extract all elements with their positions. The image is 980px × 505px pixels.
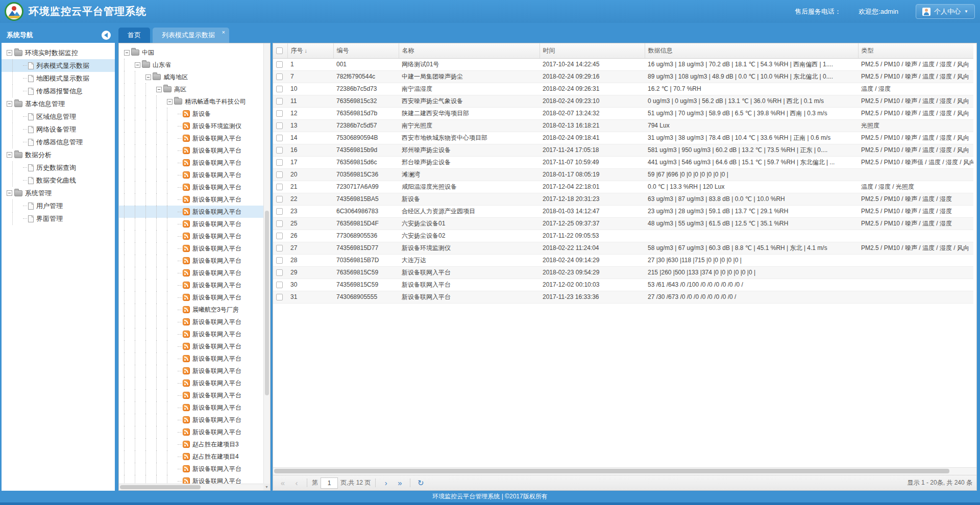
- row-checkbox[interactable]: [276, 257, 283, 264]
- grid-h-scrollbar-thumb[interactable]: [274, 469, 949, 473]
- device-tree-leaf[interactable]: 新设备联网入平台: [119, 426, 263, 438]
- row-checkbox[interactable]: [276, 122, 283, 129]
- device-tree-leaf[interactable]: 新设备联网入平台: [119, 193, 263, 206]
- device-tree-leaf[interactable]: 新设备联网入平台: [119, 132, 263, 144]
- device-tree-folder[interactable]: 威海地区: [119, 71, 263, 83]
- column-header-time[interactable]: 时间: [540, 43, 645, 58]
- sidebar-folder-item[interactable]: 环境实时数据监控: [2, 46, 115, 59]
- device-tree-leaf[interactable]: 新设备联网入平台: [119, 169, 263, 181]
- table-row[interactable]: 16743569815b9d郑州噪声扬尘设备2017-11-24 17:05:1…: [273, 144, 973, 156]
- table-row[interactable]: 26773068905536六安扬尘设备022017-11-22 09:05:5…: [273, 230, 973, 242]
- device-tree-leaf[interactable]: 新设备联网入平台: [119, 401, 263, 414]
- device-tree-leaf[interactable]: 晨曦航空3号厂房: [119, 304, 263, 316]
- device-tree-leaf[interactable]: 新设备联网入平台: [119, 230, 263, 242]
- sidebar-folder-item[interactable]: 系统管理: [2, 187, 115, 199]
- row-checkbox[interactable]: [276, 282, 283, 288]
- sidebar-item[interactable]: 网络设备管理: [2, 123, 115, 136]
- pagination-first-button[interactable]: «: [277, 478, 288, 488]
- page-number-input[interactable]: [321, 477, 338, 489]
- sidebar-item[interactable]: 地图模式显示数据: [2, 72, 115, 85]
- table-row[interactable]: 30743569815C59新设备联网入平台2017-12-02 00:10:0…: [273, 279, 973, 291]
- table-row[interactable]: 1475306890594B西安市地铁城东物资中心项目部2018-02-24 0…: [273, 132, 973, 144]
- device-tree-leaf[interactable]: 赵占胜在建项目3: [119, 438, 263, 450]
- table-row[interactable]: 12763569815d7b陕建二建西安华海项目部2018-02-07 13:2…: [273, 107, 973, 119]
- row-checkbox[interactable]: [276, 220, 283, 227]
- row-checkbox[interactable]: [276, 196, 283, 203]
- pagination-prev-button[interactable]: ‹: [291, 478, 302, 488]
- device-tree-leaf[interactable]: 新设备联网入平台: [119, 414, 263, 426]
- device-tree-folder[interactable]: 山东省: [119, 59, 263, 71]
- pagination-last-button[interactable]: »: [394, 478, 405, 488]
- sidebar-item[interactable]: 传感器信息管理: [2, 136, 115, 148]
- row-checkbox[interactable]: [276, 245, 283, 251]
- grid-horizontal-scrollbar[interactable]: [273, 467, 976, 475]
- device-tree-leaf[interactable]: 新设备环境监测仪: [119, 120, 263, 132]
- row-checkbox[interactable]: [276, 159, 283, 166]
- table-row[interactable]: 7782f6790544c中建一局集团噪声扬尘2018-02-24 09:29:…: [273, 70, 973, 83]
- device-tree-leaf[interactable]: 新设备联网入平台: [119, 316, 263, 328]
- table-row[interactable]: 22743569815BA5新设备2017-12-18 20:31:2363 u…: [273, 193, 973, 205]
- column-header-code[interactable]: 编号: [333, 43, 399, 58]
- device-tree-vertical-scrollbar[interactable]: [263, 43, 270, 484]
- expander-icon[interactable]: [167, 99, 173, 105]
- sidebar-folder-item[interactable]: 数据分析: [2, 148, 115, 161]
- tab-home[interactable]: 首页: [118, 28, 150, 43]
- row-checkbox[interactable]: [276, 86, 283, 92]
- expander-icon[interactable]: [156, 87, 162, 92]
- device-tree-leaf[interactable]: 新设备联网入平台: [119, 389, 263, 401]
- sidebar-item[interactable]: 传感器报警信息: [2, 85, 115, 97]
- tab-close-icon[interactable]: ×: [222, 29, 225, 36]
- row-checkbox[interactable]: [276, 147, 283, 154]
- table-row[interactable]: 25763569815D4F六安扬尘设备012017-12-25 09:37:3…: [273, 217, 973, 230]
- sidebar-item[interactable]: 区域信息管理: [2, 110, 115, 123]
- device-tree-leaf[interactable]: 新设备联网入平台: [119, 475, 263, 484]
- device-tree-leaf[interactable]: 新设备: [119, 108, 263, 120]
- expander-icon[interactable]: [7, 152, 12, 158]
- expander-icon[interactable]: [7, 50, 12, 56]
- select-all-checkbox[interactable]: [276, 47, 283, 54]
- expander-icon[interactable]: [145, 74, 151, 80]
- expander-icon[interactable]: [124, 50, 130, 56]
- device-tree-leaf[interactable]: 新设备联网入平台: [119, 328, 263, 340]
- table-row[interactable]: 27743569815D77新设备环境监测仪2018-02-22 11:24:0…: [273, 242, 973, 254]
- device-tree-leaf[interactable]: 新设备联网入平台: [119, 206, 263, 218]
- scrollbar-corner-icon[interactable]: ▼: [263, 484, 270, 490]
- pagination-next-button[interactable]: ›: [380, 478, 391, 488]
- expander-icon[interactable]: [7, 101, 12, 107]
- device-tree-leaf[interactable]: 新设备联网入平台: [119, 279, 263, 291]
- sidebar-item[interactable]: 列表模式显示数据: [2, 59, 115, 72]
- device-tree-leaf[interactable]: 新设备联网入平台: [119, 463, 263, 475]
- row-checkbox[interactable]: [276, 269, 283, 276]
- table-row[interactable]: 1372386b7c5d57南宁光照度2018-02-13 16:18:2179…: [273, 119, 973, 132]
- device-tree-leaf[interactable]: 新设备联网入平台: [119, 218, 263, 230]
- table-row[interactable]: 1001网络测试01号2017-10-24 14:22:4516 ug/m3 |…: [273, 58, 973, 70]
- sidebar-folder-item[interactable]: 基本信息管理: [2, 97, 115, 110]
- expander-icon[interactable]: [7, 190, 12, 196]
- sidebar-item[interactable]: 用户管理: [2, 199, 115, 212]
- row-checkbox[interactable]: [276, 61, 283, 68]
- sidebar-item[interactable]: 界面管理: [2, 212, 115, 225]
- device-tree-leaf[interactable]: 新设备联网入平台: [119, 242, 263, 255]
- column-header-name[interactable]: 名称: [399, 43, 540, 58]
- table-row[interactable]: 20703569815C36滩澜湾2018-01-17 08:05:1959 |…: [273, 168, 973, 181]
- table-row[interactable]: 29763569815C59新设备联网入平台2018-02-23 09:54:2…: [273, 266, 973, 279]
- row-checkbox[interactable]: [276, 184, 283, 190]
- device-tree-leaf[interactable]: 赵占胜在建项目4: [119, 450, 263, 463]
- device-tree-folder[interactable]: 中国: [119, 46, 263, 59]
- table-row[interactable]: 31743068905555新设备联网入平台2017-11-23 16:33:3…: [273, 291, 973, 303]
- row-checkbox[interactable]: [276, 135, 283, 141]
- tab-list-mode-data[interactable]: 列表模式显示数据 ×: [153, 28, 229, 43]
- device-tree-leaf[interactable]: 新设备联网入平台: [119, 267, 263, 279]
- device-tree-leaf[interactable]: 新设备联网入平台: [119, 181, 263, 193]
- table-row[interactable]: 17763569815d6c邢台噪声扬尘设备2017-11-07 10:59:4…: [273, 156, 973, 168]
- table-row[interactable]: 11763569815c32西安噪声扬尘气象设备2018-02-24 09:23…: [273, 95, 973, 107]
- table-row[interactable]: 236C3064986783合经区人力资源产业园项目2018-01-03 14:…: [273, 205, 973, 217]
- sidebar-item[interactable]: 历史数据查询: [2, 161, 115, 174]
- profile-button[interactable]: 个人中心 ▼: [916, 4, 975, 19]
- row-checkbox[interactable]: [276, 294, 283, 300]
- device-tree-leaf[interactable]: 新设备联网入平台: [119, 291, 263, 304]
- device-tree-horizontal-scrollbar[interactable]: [119, 484, 263, 490]
- table-row[interactable]: 28703569815B7D大连万达2018-02-24 09:14:2927 …: [273, 254, 973, 266]
- sidebar-item[interactable]: 数据变化曲线: [2, 174, 115, 187]
- row-checkbox[interactable]: [276, 233, 283, 239]
